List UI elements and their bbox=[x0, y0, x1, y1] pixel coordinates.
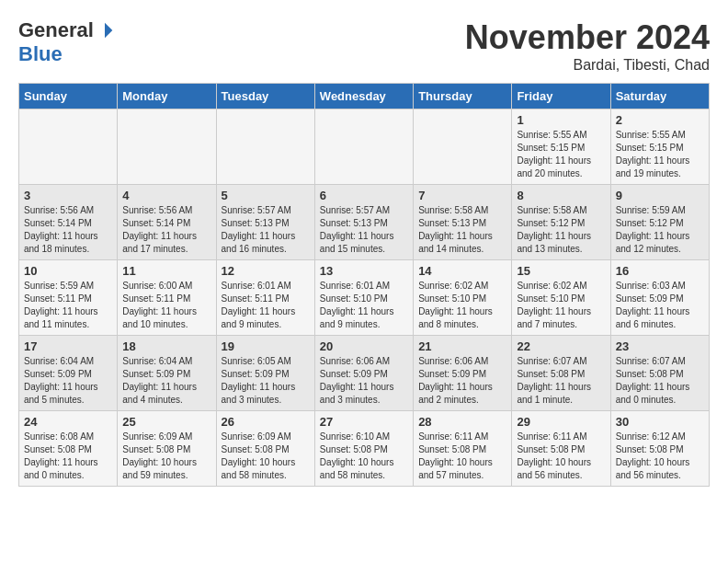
day-number: 3 bbox=[24, 189, 112, 202]
calendar-cell: 5Sunrise: 5:57 AM Sunset: 5:13 PM Daylig… bbox=[216, 185, 314, 260]
calendar-cell: 27Sunrise: 6:10 AM Sunset: 5:08 PM Dayli… bbox=[314, 411, 413, 487]
day-info: Sunrise: 5:57 AM Sunset: 5:13 PM Dayligh… bbox=[320, 204, 408, 256]
calendar-cell: 9Sunrise: 5:59 AM Sunset: 5:12 PM Daylig… bbox=[610, 185, 709, 260]
calendar-cell: 10Sunrise: 5:59 AM Sunset: 5:11 PM Dayli… bbox=[19, 260, 118, 336]
day-info: Sunrise: 6:08 AM Sunset: 5:08 PM Dayligh… bbox=[24, 431, 112, 482]
day-info: Sunrise: 5:58 AM Sunset: 5:12 PM Dayligh… bbox=[517, 204, 605, 256]
calendar-cell: 22Sunrise: 6:07 AM Sunset: 5:08 PM Dayli… bbox=[512, 336, 610, 411]
calendar-cell: 14Sunrise: 6:02 AM Sunset: 5:10 PM Dayli… bbox=[414, 260, 512, 336]
calendar-cell bbox=[19, 109, 118, 185]
day-number: 8 bbox=[517, 189, 605, 202]
subtitle: Bardai, Tibesti, Chad bbox=[465, 57, 710, 74]
day-info: Sunrise: 6:12 AM Sunset: 5:08 PM Dayligh… bbox=[616, 431, 704, 482]
day-info: Sunrise: 5:57 AM Sunset: 5:13 PM Dayligh… bbox=[222, 204, 310, 256]
day-number: 29 bbox=[517, 415, 605, 429]
day-info: Sunrise: 6:07 AM Sunset: 5:08 PM Dayligh… bbox=[517, 355, 605, 407]
calendar-cell: 24Sunrise: 6:08 AM Sunset: 5:08 PM Dayli… bbox=[19, 411, 118, 487]
day-info: Sunrise: 5:59 AM Sunset: 5:11 PM Dayligh… bbox=[24, 280, 112, 331]
day-info: Sunrise: 6:06 AM Sunset: 5:09 PM Dayligh… bbox=[418, 355, 506, 407]
calendar-cell: 4Sunrise: 5:56 AM Sunset: 5:14 PM Daylig… bbox=[118, 185, 216, 260]
header: General Blue November 2024 Bardai, Tibes… bbox=[18, 18, 710, 74]
calendar-week-4: 17Sunrise: 6:04 AM Sunset: 5:09 PM Dayli… bbox=[19, 336, 710, 411]
calendar-cell: 21Sunrise: 6:06 AM Sunset: 5:09 PM Dayli… bbox=[414, 336, 512, 411]
calendar-cell: 1Sunrise: 5:55 AM Sunset: 5:15 PM Daylig… bbox=[512, 109, 610, 185]
calendar-cell bbox=[216, 109, 314, 185]
calendar-week-2: 3Sunrise: 5:56 AM Sunset: 5:14 PM Daylig… bbox=[19, 185, 710, 260]
day-number: 1 bbox=[517, 113, 605, 127]
calendar-header-saturday: Saturday bbox=[610, 84, 709, 109]
calendar-cell: 23Sunrise: 6:07 AM Sunset: 5:08 PM Dayli… bbox=[610, 336, 709, 411]
day-number: 19 bbox=[222, 339, 310, 353]
calendar-cell: 12Sunrise: 6:01 AM Sunset: 5:11 PM Dayli… bbox=[216, 260, 314, 336]
day-number: 26 bbox=[222, 415, 310, 429]
day-number: 7 bbox=[418, 189, 506, 202]
calendar-cell: 15Sunrise: 6:02 AM Sunset: 5:10 PM Dayli… bbox=[512, 260, 610, 336]
title-area: November 2024 Bardai, Tibesti, Chad bbox=[465, 18, 710, 74]
calendar-cell: 2Sunrise: 5:55 AM Sunset: 5:15 PM Daylig… bbox=[610, 109, 709, 185]
logo-icon bbox=[96, 21, 114, 40]
day-number: 25 bbox=[122, 415, 210, 429]
day-info: Sunrise: 5:56 AM Sunset: 5:14 PM Dayligh… bbox=[122, 204, 210, 256]
calendar-cell: 16Sunrise: 6:03 AM Sunset: 5:09 PM Dayli… bbox=[610, 260, 709, 336]
day-number: 18 bbox=[122, 339, 210, 353]
calendar-week-5: 24Sunrise: 6:08 AM Sunset: 5:08 PM Dayli… bbox=[19, 411, 710, 487]
day-number: 16 bbox=[616, 264, 704, 278]
calendar-cell: 25Sunrise: 6:09 AM Sunset: 5:08 PM Dayli… bbox=[118, 411, 216, 487]
calendar-cell: 11Sunrise: 6:00 AM Sunset: 5:11 PM Dayli… bbox=[118, 260, 216, 336]
calendar-cell: 6Sunrise: 5:57 AM Sunset: 5:13 PM Daylig… bbox=[314, 185, 413, 260]
day-info: Sunrise: 6:01 AM Sunset: 5:11 PM Dayligh… bbox=[222, 280, 310, 331]
day-number: 10 bbox=[24, 264, 112, 278]
day-info: Sunrise: 6:06 AM Sunset: 5:09 PM Dayligh… bbox=[320, 355, 408, 407]
calendar-cell: 30Sunrise: 6:12 AM Sunset: 5:08 PM Dayli… bbox=[610, 411, 709, 487]
calendar-cell: 28Sunrise: 6:11 AM Sunset: 5:08 PM Dayli… bbox=[414, 411, 512, 487]
logo-text: General bbox=[18, 18, 114, 42]
logo-general: General bbox=[18, 18, 94, 42]
calendar-cell: 17Sunrise: 6:04 AM Sunset: 5:09 PM Dayli… bbox=[19, 336, 118, 411]
calendar-cell bbox=[414, 109, 512, 185]
day-info: Sunrise: 6:11 AM Sunset: 5:08 PM Dayligh… bbox=[517, 431, 605, 482]
day-number: 23 bbox=[616, 339, 704, 353]
day-info: Sunrise: 6:01 AM Sunset: 5:10 PM Dayligh… bbox=[320, 280, 408, 331]
calendar-header-tuesday: Tuesday bbox=[216, 84, 314, 109]
calendar-cell: 18Sunrise: 6:04 AM Sunset: 5:09 PM Dayli… bbox=[118, 336, 216, 411]
calendar-header-monday: Monday bbox=[118, 84, 216, 109]
day-number: 27 bbox=[320, 415, 408, 429]
day-number: 21 bbox=[418, 339, 506, 353]
day-info: Sunrise: 6:00 AM Sunset: 5:11 PM Dayligh… bbox=[122, 280, 210, 331]
day-number: 4 bbox=[122, 189, 210, 202]
svg-marker-0 bbox=[105, 23, 112, 39]
calendar-cell: 19Sunrise: 6:05 AM Sunset: 5:09 PM Dayli… bbox=[216, 336, 314, 411]
day-number: 12 bbox=[222, 264, 310, 278]
day-number: 28 bbox=[418, 415, 506, 429]
logo-blue: Blue bbox=[18, 42, 63, 66]
calendar-cell: 8Sunrise: 5:58 AM Sunset: 5:12 PM Daylig… bbox=[512, 185, 610, 260]
calendar-cell: 20Sunrise: 6:06 AM Sunset: 5:09 PM Dayli… bbox=[314, 336, 413, 411]
day-info: Sunrise: 6:07 AM Sunset: 5:08 PM Dayligh… bbox=[616, 355, 704, 407]
day-info: Sunrise: 6:04 AM Sunset: 5:09 PM Dayligh… bbox=[24, 355, 112, 407]
calendar-week-1: 1Sunrise: 5:55 AM Sunset: 5:15 PM Daylig… bbox=[19, 109, 710, 185]
day-info: Sunrise: 6:02 AM Sunset: 5:10 PM Dayligh… bbox=[517, 280, 605, 331]
day-info: Sunrise: 6:05 AM Sunset: 5:09 PM Dayligh… bbox=[222, 355, 310, 407]
day-number: 13 bbox=[320, 264, 408, 278]
calendar-cell: 29Sunrise: 6:11 AM Sunset: 5:08 PM Dayli… bbox=[512, 411, 610, 487]
calendar: SundayMondayTuesdayWednesdayThursdayFrid… bbox=[18, 83, 710, 487]
calendar-header-thursday: Thursday bbox=[414, 84, 512, 109]
month-title: November 2024 bbox=[465, 18, 710, 57]
day-number: 6 bbox=[320, 189, 408, 202]
day-number: 24 bbox=[24, 415, 112, 429]
day-info: Sunrise: 5:56 AM Sunset: 5:14 PM Dayligh… bbox=[24, 204, 112, 256]
calendar-cell: 3Sunrise: 5:56 AM Sunset: 5:14 PM Daylig… bbox=[19, 185, 118, 260]
calendar-header-sunday: Sunday bbox=[19, 84, 118, 109]
calendar-cell: 26Sunrise: 6:09 AM Sunset: 5:08 PM Dayli… bbox=[216, 411, 314, 487]
day-info: Sunrise: 5:58 AM Sunset: 5:13 PM Dayligh… bbox=[418, 204, 506, 256]
day-number: 5 bbox=[222, 189, 310, 202]
calendar-cell: 13Sunrise: 6:01 AM Sunset: 5:10 PM Dayli… bbox=[314, 260, 413, 336]
day-number: 2 bbox=[616, 113, 704, 127]
day-info: Sunrise: 5:55 AM Sunset: 5:15 PM Dayligh… bbox=[517, 129, 605, 180]
calendar-header-wednesday: Wednesday bbox=[314, 84, 413, 109]
calendar-cell bbox=[118, 109, 216, 185]
calendar-header-row: SundayMondayTuesdayWednesdayThursdayFrid… bbox=[19, 84, 710, 109]
day-info: Sunrise: 6:09 AM Sunset: 5:08 PM Dayligh… bbox=[122, 431, 210, 482]
day-number: 9 bbox=[616, 189, 704, 202]
day-info: Sunrise: 6:10 AM Sunset: 5:08 PM Dayligh… bbox=[320, 431, 408, 482]
